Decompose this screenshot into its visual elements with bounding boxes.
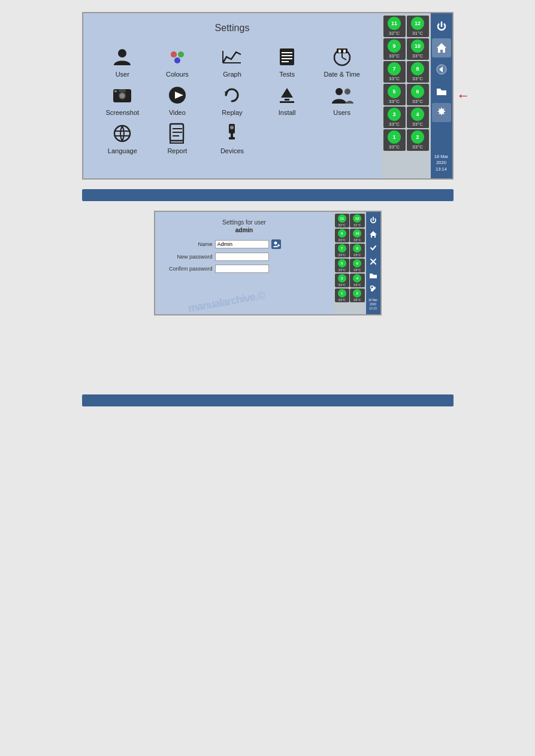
sensor-12: 12 31°C xyxy=(407,16,429,37)
settings-button[interactable] xyxy=(432,103,451,122)
svg-point-4 xyxy=(171,51,177,57)
tests-icon xyxy=(274,45,300,68)
datetime-icon xyxy=(329,45,355,68)
settings-arrow-indicator: ← xyxy=(457,88,470,104)
watermark: manualarchive.© xyxy=(187,289,265,314)
sensor-5: 5 33°C xyxy=(383,84,406,105)
menu-screenshot[interactable]: Screenshot xyxy=(95,84,150,116)
svg-rect-39 xyxy=(231,133,233,137)
screenshot-label: Screenshot xyxy=(105,109,139,116)
language-label: Language xyxy=(108,147,137,154)
svg-rect-7 xyxy=(280,48,294,65)
home-button[interactable] xyxy=(432,38,451,57)
install-label: Install xyxy=(279,109,296,116)
menu-user[interactable]: User xyxy=(95,45,150,78)
sensor-3: 3 33°C xyxy=(383,107,406,128)
svg-rect-10 xyxy=(282,58,292,59)
devices-icon xyxy=(219,122,245,145)
new-password-label: New password xyxy=(165,254,213,260)
folder-button[interactable] xyxy=(432,81,451,101)
colours-icon xyxy=(164,45,191,68)
datetime-display: 18 Mar202013:14 xyxy=(433,151,449,175)
name-input[interactable] xyxy=(215,240,269,248)
svg-marker-26 xyxy=(281,88,293,98)
svg-line-14 xyxy=(342,57,346,60)
section-separator-1 xyxy=(82,189,454,201)
menu-datetime[interactable]: Date & Time xyxy=(315,45,370,78)
sensor-7: 7 33°C xyxy=(383,61,406,83)
power-btn-sm[interactable] xyxy=(367,214,379,226)
sensor-6: 6 33°C xyxy=(407,84,429,105)
power-button[interactable] xyxy=(432,17,451,36)
form-row-confirmpassword: Confirm password xyxy=(165,265,324,273)
video-icon xyxy=(164,84,191,107)
graph-icon xyxy=(219,45,245,68)
svg-rect-40 xyxy=(229,137,235,139)
user-icon xyxy=(109,45,135,68)
sensor-9: 9 33°C xyxy=(383,38,406,60)
settings-main: Settings User xyxy=(83,13,382,178)
home-btn-sm[interactable] xyxy=(367,228,379,240)
svg-marker-42 xyxy=(437,43,446,53)
user-settings-screen: Settings for user admin Name xyxy=(154,211,382,315)
menu-language[interactable]: Language xyxy=(95,122,150,154)
bottom-separator xyxy=(82,394,454,406)
svg-point-20 xyxy=(120,93,125,98)
settings-screen: Settings User xyxy=(82,12,454,180)
svg-rect-15 xyxy=(337,48,347,53)
name-label: Name xyxy=(165,241,213,247)
sidebar-nav-sm: 18 Mar202012:23 xyxy=(366,212,380,314)
sensor-4: 4 33°C xyxy=(407,107,429,128)
install-icon xyxy=(274,84,300,107)
menu-tests[interactable]: Tests xyxy=(259,45,315,78)
screen2-title: Settings for user xyxy=(165,219,324,226)
user-label: User xyxy=(116,71,129,78)
folder-btn-sm[interactable] xyxy=(367,269,379,281)
wrench-btn-sm[interactable] xyxy=(367,283,379,295)
sensor-panel: 11 32°C 12 31°C 9 33°C 10 33°C xyxy=(382,13,431,178)
confirm-password-input[interactable] xyxy=(215,265,269,273)
menu-colours[interactable]: Colours xyxy=(150,45,205,78)
menu-graph[interactable]: Graph xyxy=(205,45,260,78)
confirm-password-label: Confirm password xyxy=(165,266,213,272)
arrow-icon: ← xyxy=(457,88,470,104)
menu-replay[interactable]: Replay xyxy=(205,84,260,116)
new-password-input[interactable] xyxy=(215,253,269,261)
menu-install[interactable]: Install xyxy=(259,84,315,116)
sensor-8: 8 33°C xyxy=(407,61,429,83)
sensor-panel-sm: 1132°C 1231°C 933°C 1033°C 733°C 833°C 5… xyxy=(334,212,366,314)
user-login-icon-btn[interactable] xyxy=(271,239,281,249)
screen2-subtitle: admin xyxy=(165,227,324,233)
svg-point-0 xyxy=(118,49,126,57)
colours-label: Colours xyxy=(166,71,189,78)
svg-point-29 xyxy=(335,88,343,95)
report-icon xyxy=(164,122,191,145)
video-label: Video xyxy=(169,109,186,116)
menu-video[interactable]: Video xyxy=(150,84,205,116)
screenshot-icon xyxy=(109,84,135,107)
svg-point-53 xyxy=(370,286,373,289)
datetime-sm: 18 Mar202012:23 xyxy=(368,297,379,312)
devices-label: Devices xyxy=(220,147,244,154)
svg-rect-28 xyxy=(280,101,294,103)
menu-report[interactable]: Report xyxy=(150,122,205,154)
cross-btn-sm[interactable] xyxy=(367,256,379,268)
svg-point-2 xyxy=(178,51,184,57)
back-button[interactable] xyxy=(432,60,451,79)
language-icon xyxy=(109,122,135,145)
svg-point-31 xyxy=(114,126,130,141)
report-label: Report xyxy=(167,147,187,154)
menu-devices[interactable]: Devices xyxy=(205,122,260,154)
svg-point-30 xyxy=(344,89,350,95)
svg-rect-27 xyxy=(285,99,289,101)
svg-rect-16 xyxy=(338,50,341,53)
menu-grid: User Colours xyxy=(95,45,370,154)
svg-rect-21 xyxy=(119,89,126,92)
sensor-11: 11 32°C xyxy=(383,16,406,37)
svg-rect-22 xyxy=(114,90,117,92)
check-btn-sm[interactable] xyxy=(367,242,379,254)
form-row-name: Name xyxy=(165,239,324,249)
form-row-newpassword: New password xyxy=(165,253,324,261)
menu-users[interactable]: Users xyxy=(315,84,370,116)
users-icon xyxy=(329,84,355,107)
